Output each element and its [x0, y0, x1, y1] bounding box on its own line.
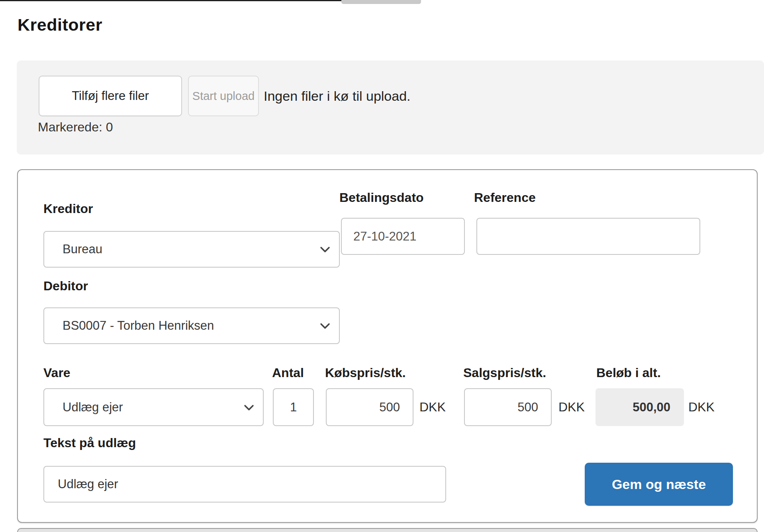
vare-select[interactable]: Udlæg ejer	[43, 388, 264, 426]
tekst-pa-udlaeg-input[interactable]	[43, 466, 446, 503]
kreditor-select-value: Bureau	[44, 242, 318, 256]
vare-label: Vare	[43, 366, 71, 380]
kreditor-select[interactable]: Bureau	[43, 231, 340, 268]
salgspris-label: Salgspris/stk.	[463, 366, 546, 380]
antal-label: Antal	[272, 366, 304, 380]
reference-label: Reference	[474, 190, 536, 205]
debitor-select[interactable]: BS0007 - Torben Henriksen	[43, 307, 340, 344]
chevron-down-icon	[318, 319, 332, 332]
betalingsdato-label: Betalingsdato	[339, 190, 424, 205]
reference-input[interactable]	[476, 218, 700, 255]
start-upload-button[interactable]: Start upload	[188, 76, 259, 116]
top-divider-line	[0, 0, 341, 1]
marked-count-label: Markerede: 0	[38, 120, 113, 135]
belob-total-value: 500,00	[633, 400, 670, 415]
kobspris-input[interactable]	[326, 388, 413, 426]
debitor-label: Debitor	[43, 279, 88, 293]
start-upload-button-label: Start upload	[192, 90, 255, 103]
debitor-select-value: BS0007 - Torben Henriksen	[44, 319, 318, 333]
salgspris-input[interactable]	[464, 388, 552, 426]
save-and-next-button[interactable]: Gem og næste	[585, 463, 733, 506]
next-section-edge[interactable]	[17, 528, 758, 532]
vare-select-value: Udlæg ejer	[44, 400, 242, 415]
kreditor-label: Kreditor	[43, 201, 93, 216]
add-files-button[interactable]: Tilføj flere filer	[39, 76, 182, 116]
chevron-down-icon	[242, 401, 256, 414]
belob-total-field: 500,00	[596, 388, 684, 426]
belob-label: Beløb i alt.	[596, 366, 661, 380]
tekst-pa-udlaeg-label: Tekst på udlæg	[43, 436, 136, 450]
chevron-down-icon	[318, 243, 332, 256]
belob-currency: DKK	[688, 388, 715, 426]
add-files-button-label: Tilføj flere filer	[72, 89, 149, 103]
upload-panel: Tilføj flere filer Start upload Ingen fi…	[17, 61, 764, 155]
kobspris-label: Købspris/stk.	[325, 366, 406, 380]
upload-queue-status: Ingen filer i kø til upload.	[264, 76, 411, 116]
page-title: Kreditorer	[18, 15, 102, 35]
kobspris-currency: DKK	[419, 388, 446, 426]
scrollbar-thumb[interactable]	[341, 0, 421, 4]
salgspris-currency: DKK	[558, 388, 585, 426]
antal-input[interactable]	[273, 388, 314, 426]
betalingsdato-input[interactable]	[341, 218, 465, 255]
save-and-next-button-label: Gem og næste	[612, 477, 706, 492]
